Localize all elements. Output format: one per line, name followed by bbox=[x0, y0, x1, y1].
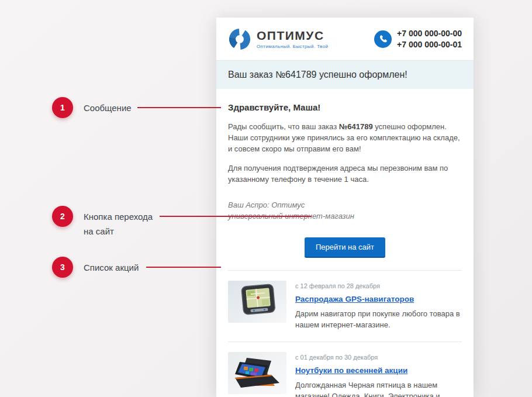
annotation-label-cta: Кнопка перехода на сайт bbox=[84, 209, 153, 239]
gps-navigator-image[interactable] bbox=[228, 281, 286, 323]
optimus-logo-icon bbox=[228, 27, 251, 51]
promo-dates: с 12 февраля по 28 декабря bbox=[295, 282, 462, 289]
promo-content: с 01 декабря по 30 декабря Ноутбуки по в… bbox=[295, 352, 462, 397]
promo-content: с 12 февраля по 28 декабря Распродажа GP… bbox=[295, 281, 462, 330]
cta-row: Перейти на сайт bbox=[228, 237, 462, 258]
logo-name: ОПТИМУС bbox=[257, 29, 328, 43]
email-card: ОПТИМУС Оптимальный. Быстрый. Твой +7 00… bbox=[216, 18, 474, 397]
promo-item-laptops: с 01 декабря по 30 декабря Ноутбуки по в… bbox=[228, 342, 462, 397]
annotation-number: 1 bbox=[60, 103, 65, 112]
promo-description: Долгожданная Черная пятница в нашем мага… bbox=[295, 379, 462, 397]
phone-number-2: +7 000 000-00-01 bbox=[397, 39, 462, 50]
annotation-number: 3 bbox=[60, 263, 65, 272]
annotation-badge-1: 1 bbox=[52, 97, 73, 118]
callback-paragraph: Для получения подтверждения адреса мы пе… bbox=[228, 163, 462, 185]
promo-title-link[interactable]: Распродажа GPS-навигаторов bbox=[295, 295, 414, 303]
order-paragraph: Рады сообщить, что ваш заказ №641789 усп… bbox=[228, 121, 462, 154]
annotation-label-line: Кнопка перехода bbox=[84, 212, 153, 222]
promo-title-link[interactable]: Ноутбуки по весенней акции bbox=[295, 366, 407, 375]
signature: Ваш Аспро: Оптимус универсальный интерне… bbox=[228, 199, 462, 222]
phone-icon bbox=[374, 30, 392, 48]
annotation-badge-3: 3 bbox=[52, 257, 73, 278]
phone-number-1: +7 000 000-00-00 bbox=[397, 28, 462, 39]
promo-dates: с 01 декабря по 30 декабря bbox=[295, 354, 462, 361]
annotation-label-message: Сообщение bbox=[84, 101, 132, 115]
annotation-badge-2: 2 bbox=[52, 206, 73, 227]
order-number: №641789 bbox=[339, 122, 373, 131]
signature-line: Ваш Аспро: Оптимус bbox=[228, 201, 305, 209]
annotation-label-promos: Список акций bbox=[84, 260, 139, 275]
laptops-image[interactable] bbox=[228, 352, 286, 394]
promo-list: с 12 февраля по 28 декабря Распродажа GP… bbox=[216, 271, 474, 397]
email-body: Здравствуйте, Маша! Рады сообщить, что в… bbox=[216, 89, 474, 271]
go-to-site-button[interactable]: Перейти на сайт bbox=[305, 237, 385, 258]
logo-tagline: Оптимальный. Быстрый. Твой bbox=[257, 44, 328, 49]
annotation-callout-line bbox=[146, 267, 221, 268]
greeting: Здравствуйте, Маша! bbox=[228, 102, 462, 112]
annotation-number: 2 bbox=[60, 212, 65, 221]
annotation-callout-line bbox=[160, 216, 312, 217]
logo-text-block: ОПТИМУС Оптимальный. Быстрый. Твой bbox=[257, 29, 328, 49]
annotated-email-mockup: 1 Сообщение 2 Кнопка перехода на сайт 3 … bbox=[0, 0, 532, 397]
promo-item-gps: с 12 февраля по 28 декабря Распродажа GP… bbox=[228, 271, 462, 341]
annotation-label-line: на сайт bbox=[84, 226, 114, 236]
email-header: ОПТИМУС Оптимальный. Быстрый. Твой +7 00… bbox=[216, 18, 474, 60]
order-confirmation-banner: Ваш заказ №641789 успешно оформлен! bbox=[216, 60, 474, 89]
promo-description: Дарим навигатор при покупке любого товар… bbox=[295, 308, 462, 330]
logo: ОПТИМУС Оптимальный. Быстрый. Твой bbox=[228, 27, 328, 51]
phone-block: +7 000 000-00-00 +7 000 000-00-01 bbox=[374, 28, 462, 50]
paragraph-text: Рады сообщить, что ваш заказ bbox=[228, 122, 339, 131]
phone-numbers: +7 000 000-00-00 +7 000 000-00-01 bbox=[397, 28, 462, 50]
annotation-callout-line bbox=[137, 107, 221, 108]
